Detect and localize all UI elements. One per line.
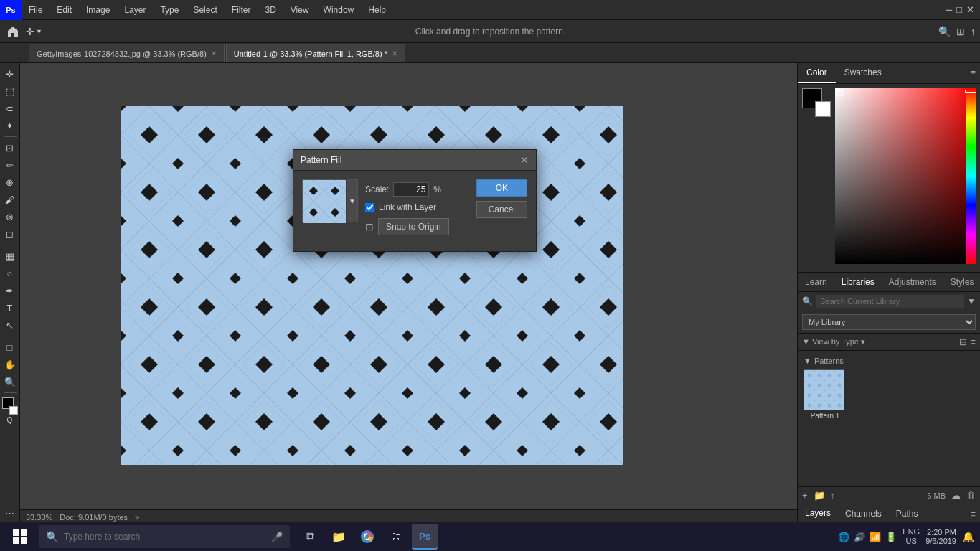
move-tool[interactable]: ✛ ▼	[26, 26, 42, 37]
menu-filter[interactable]: Filter	[225, 0, 258, 19]
tool-gradient[interactable]: ▦	[2, 248, 18, 264]
tab-paths[interactable]: Paths	[889, 505, 925, 522]
dialog-titlebar[interactable]: Pattern Fill ✕	[293, 150, 536, 171]
tool-lasso[interactable]: ⊂	[2, 100, 18, 116]
tab-gettyimages[interactable]: GettyImages-1027284332.jpg @ 33.3% (RGB/…	[29, 44, 225, 62]
scale-input[interactable]	[393, 182, 429, 197]
cloud-icon[interactable]: ☁	[951, 490, 961, 501]
pattern-thumbnail[interactable]	[302, 179, 345, 222]
maximize-btn[interactable]: □	[956, 4, 962, 15]
color-swatches[interactable]	[2, 397, 18, 415]
menu-view[interactable]: View	[283, 0, 316, 19]
tab-untitled[interactable]: Untitled-1 @ 33.3% (Pattern Fill 1, RGB/…	[226, 44, 405, 62]
tool-move[interactable]: ✛	[2, 66, 18, 82]
snap-to-origin-button[interactable]: Snap to Origin	[378, 218, 449, 235]
file-explorer-btn[interactable]: 📁	[326, 524, 352, 550]
task-view-btn[interactable]: ⧉	[297, 524, 323, 550]
tab-swatches[interactable]: Swatches	[836, 63, 890, 83]
background-swatch[interactable]	[815, 101, 831, 117]
close-btn[interactable]: ✕	[966, 4, 974, 15]
tool-eraser[interactable]: ◻	[2, 226, 18, 242]
ok-button[interactable]: OK	[476, 179, 527, 197]
menu-3d[interactable]: 3D	[258, 0, 283, 19]
list-view-icon[interactable]: ≡	[970, 336, 976, 347]
tool-dodge[interactable]: ○	[2, 265, 18, 281]
tool-rectangle[interactable]: □	[2, 339, 18, 355]
tool-brush[interactable]: 🖌	[2, 192, 18, 207]
tab-libraries[interactable]: Libraries	[834, 273, 882, 291]
color-panel-menu[interactable]: ≡	[966, 63, 980, 83]
menu-help[interactable]: Help	[361, 0, 393, 19]
notification-icon[interactable]: 🔔	[962, 531, 974, 542]
tool-zoom[interactable]: 🔍	[2, 374, 18, 390]
photoshop-btn[interactable]: Ps	[412, 524, 438, 550]
grid-view-icon[interactable]: ⊞	[959, 336, 967, 347]
language-badge[interactable]: ENGUS	[903, 527, 920, 546]
layers-panel-menu[interactable]: ≡	[966, 506, 980, 522]
library-pattern-item[interactable]: Pattern 1	[804, 369, 847, 420]
section-arrow[interactable]: ▼	[804, 357, 811, 365]
library-select[interactable]: My Library	[802, 314, 976, 330]
link-layer-checkbox[interactable]	[365, 203, 374, 212]
tool-healing[interactable]: ⊕	[2, 174, 18, 190]
upload-icon[interactable]: ↑	[831, 490, 836, 501]
mic-icon[interactable]: 🎤	[271, 532, 283, 542]
tab-untitled-close[interactable]: ✕	[392, 50, 397, 57]
tool-crop[interactable]: ⊡	[2, 140, 18, 156]
menu-layer[interactable]: Layer	[117, 0, 153, 19]
dialog-close-button[interactable]: ✕	[520, 154, 529, 166]
grid-icon[interactable]: ⊞	[956, 26, 965, 37]
tool-clone[interactable]: ⊚	[2, 209, 18, 225]
tool-eyedropper[interactable]: ✏	[2, 157, 18, 173]
status-arrow[interactable]: >	[135, 513, 139, 522]
tool-extra[interactable]: ⋯	[2, 505, 18, 521]
cancel-button[interactable]: Cancel	[476, 201, 527, 218]
tab-learn[interactable]: Learn	[798, 273, 834, 291]
menu-type[interactable]: Type	[153, 0, 186, 19]
files-btn[interactable]: 🗂	[383, 524, 409, 550]
menu-file[interactable]: File	[22, 0, 50, 19]
wifi-icon[interactable]: 📶	[870, 532, 881, 542]
chrome-btn[interactable]	[354, 524, 380, 550]
system-clock[interactable]: 2:20 PM 9/6/2019	[925, 528, 956, 545]
home-button[interactable]	[4, 23, 22, 40]
search-icon[interactable]: 🔍	[938, 26, 951, 37]
menu-image[interactable]: Image	[79, 0, 117, 19]
color-gradient[interactable]	[835, 88, 976, 264]
folder-icon[interactable]: 📁	[814, 490, 825, 501]
delete-icon[interactable]: 🗑	[966, 490, 976, 501]
add-icon[interactable]: +	[802, 490, 808, 501]
search-bar[interactable]: 🔍 🎤	[39, 525, 290, 548]
menu-edit[interactable]: Edit	[50, 0, 79, 19]
libs-search-dropdown[interactable]: ▼	[967, 296, 976, 306]
fg-bg-swatches[interactable]	[802, 88, 831, 117]
tool-type[interactable]: T	[2, 300, 18, 316]
tab-adjustments[interactable]: Adjustments	[882, 273, 943, 291]
tool-magic-wand[interactable]: ✦	[2, 118, 18, 133]
tool-path-select[interactable]: ↖	[2, 317, 18, 333]
tool-selection[interactable]: ⬚	[2, 83, 18, 99]
network-icon[interactable]: 🌐	[838, 532, 849, 542]
tab-styles[interactable]: Styles	[943, 273, 980, 291]
menu-window[interactable]: Window	[316, 0, 362, 19]
tab-gettyimages-close[interactable]: ✕	[211, 50, 217, 57]
pattern-dropdown-button[interactable]: ▼	[347, 179, 358, 222]
quick-mask-btn[interactable]: Q	[7, 416, 13, 424]
color-picker-area[interactable]	[835, 88, 976, 268]
minimize-btn[interactable]: ─	[946, 4, 952, 15]
libs-search-input[interactable]	[816, 295, 964, 308]
color-hue-bar[interactable]	[966, 88, 976, 264]
menu-select[interactable]: Select	[186, 0, 224, 19]
volume-icon[interactable]: 🔊	[854, 532, 865, 542]
tab-layers[interactable]: Layers	[798, 504, 838, 523]
share-icon[interactable]: ↑	[971, 26, 976, 37]
tab-channels[interactable]: Channels	[838, 505, 889, 522]
search-input[interactable]	[64, 532, 265, 542]
tab-color[interactable]: Color	[798, 63, 836, 83]
battery-icon[interactable]: 🔋	[885, 532, 897, 542]
move-dropdown-icon[interactable]: ▼	[36, 28, 42, 35]
start-button[interactable]	[6, 522, 34, 551]
canvas-area[interactable]: Pattern Fill ✕	[20, 63, 797, 524]
tool-pen[interactable]: ✒	[2, 283, 18, 298]
tool-hand[interactable]: ✋	[2, 357, 18, 372]
